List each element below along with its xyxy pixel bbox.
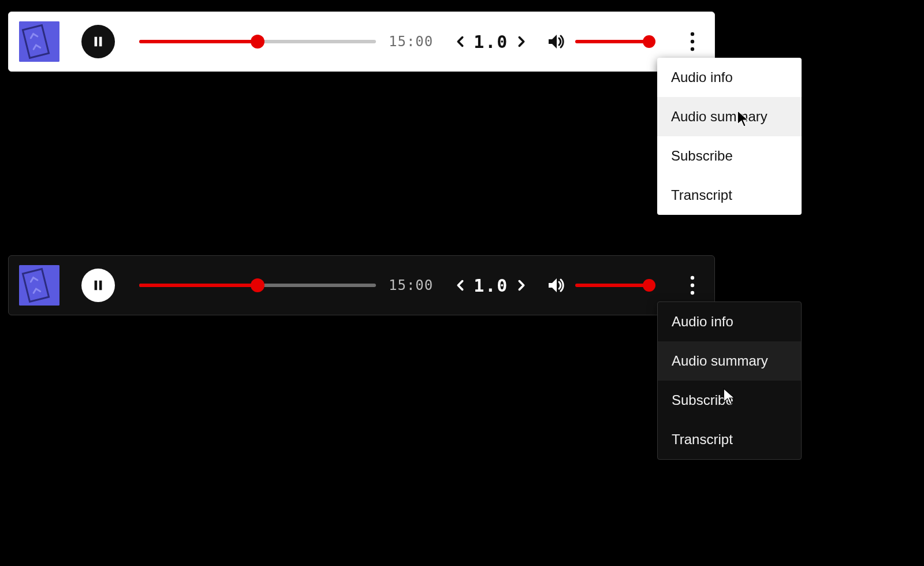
chevron-left-icon (454, 33, 467, 50)
more-options-button[interactable] (681, 30, 704, 53)
pause-button[interactable] (81, 269, 115, 302)
svg-rect-2 (95, 37, 98, 47)
more-vertical-icon (690, 275, 695, 295)
volume-button[interactable] (546, 31, 567, 52)
svg-point-4 (691, 32, 694, 36)
menu-item-audio-info[interactable]: Audio info (657, 58, 802, 97)
speed-decrease-button[interactable] (454, 33, 467, 50)
menu-item-audio-info[interactable]: Audio info (658, 302, 801, 341)
svg-rect-3 (99, 37, 102, 47)
progress-knob[interactable] (251, 35, 264, 49)
progress-fill (139, 284, 258, 287)
menu-item-audio-summary[interactable]: Audio summary (658, 341, 801, 381)
speed-value: 1.0 (471, 275, 511, 296)
thumbnail-art-icon (19, 265, 59, 306)
svg-point-13 (691, 291, 694, 295)
volume-knob[interactable] (643, 279, 655, 292)
menu-item-subscribe[interactable]: Subscribe (658, 381, 801, 420)
progress-knob[interactable] (251, 278, 264, 292)
svg-rect-9 (95, 281, 98, 291)
speed-value: 1.0 (471, 32, 511, 52)
menu-item-transcript[interactable]: Transcript (657, 176, 802, 215)
more-options-button[interactable] (681, 274, 704, 297)
svg-point-5 (691, 40, 694, 43)
time-display: 15:00 (389, 33, 433, 50)
audio-player-dark: 15:00 1.0 (8, 255, 715, 315)
svg-rect-10 (99, 281, 102, 291)
svg-point-6 (691, 47, 694, 51)
pause-button[interactable] (81, 25, 115, 58)
track-thumbnail[interactable] (19, 21, 59, 62)
audio-player-light: 15:00 1.0 (8, 12, 715, 72)
volume-track (575, 284, 649, 287)
volume-icon (546, 31, 567, 52)
more-options-menu-dark: Audio infoAudio summarySubscribeTranscri… (657, 301, 802, 460)
chevron-left-icon (454, 277, 467, 294)
speed-increase-button[interactable] (515, 33, 528, 50)
speed-control: 1.0 (454, 275, 528, 296)
progress-slider[interactable] (139, 277, 376, 293)
chevron-right-icon (515, 277, 528, 294)
more-options-menu-light: Audio infoAudio summarySubscribeTranscri… (657, 58, 802, 215)
speed-control: 1.0 (454, 32, 528, 52)
svg-point-12 (691, 284, 694, 287)
volume-slider[interactable] (575, 278, 649, 292)
thumbnail-art-icon (19, 21, 59, 62)
svg-point-11 (691, 276, 694, 280)
volume-button[interactable] (546, 275, 567, 296)
volume-track (575, 40, 649, 43)
volume-slider[interactable] (575, 35, 649, 49)
track-thumbnail[interactable] (19, 265, 59, 306)
pause-icon (92, 279, 105, 292)
volume-knob[interactable] (643, 35, 655, 48)
volume-control (546, 275, 649, 296)
menu-item-subscribe[interactable]: Subscribe (657, 136, 802, 176)
time-display: 15:00 (389, 277, 433, 293)
pause-icon (92, 35, 105, 48)
speed-decrease-button[interactable] (454, 277, 467, 294)
menu-item-transcript[interactable]: Transcript (658, 420, 801, 459)
more-vertical-icon (690, 32, 695, 51)
speed-increase-button[interactable] (515, 277, 528, 294)
volume-icon (546, 275, 567, 296)
chevron-right-icon (515, 33, 528, 50)
progress-slider[interactable] (139, 33, 376, 50)
menu-item-audio-summary[interactable]: Audio summary (657, 97, 802, 136)
volume-control (546, 31, 649, 52)
progress-fill (139, 40, 258, 43)
